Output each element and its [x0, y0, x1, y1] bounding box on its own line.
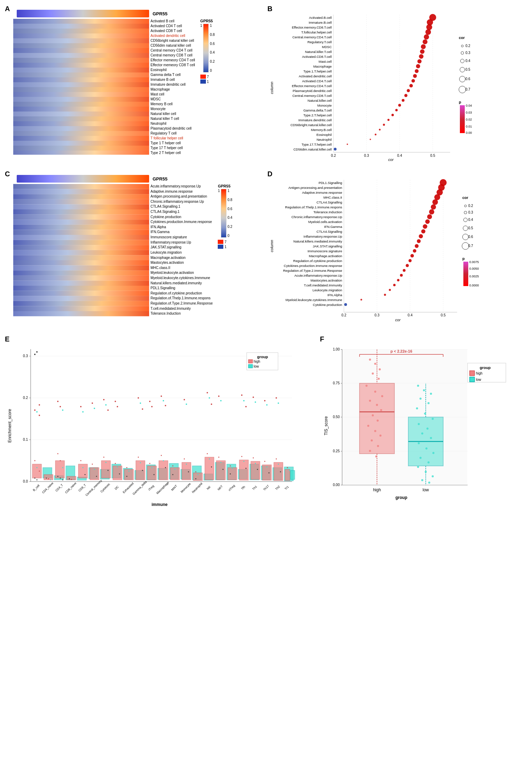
heatmap-a-row-label-5: CD56dim natural killer cell	[151, 43, 195, 48]
heatmap-a-row-label-6: Central memory CD4 T cell	[151, 48, 195, 53]
svg-rect-12	[13, 77, 149, 82]
svg-rect-368	[216, 461, 225, 480]
svg-text:0.4: 0.4	[465, 59, 470, 63]
svg-rect-415	[285, 469, 290, 481]
svg-point-412	[278, 464, 279, 465]
heatmap-c-svg	[13, 184, 149, 316]
svg-point-259	[57, 401, 59, 402]
svg-point-357	[195, 478, 196, 479]
svg-rect-407	[274, 462, 283, 481]
svg-point-52	[421, 44, 426, 49]
svg-text:Central.memory.CD4.T.cell: Central.memory.CD4.T.cell	[292, 35, 332, 39]
svg-point-319	[140, 462, 141, 463]
svg-text:Activated.CD4.T.cell: Activated.CD4.T.cell	[302, 79, 331, 83]
heatmap-c-row-19: Natural.killers.mediated.immunity	[151, 281, 213, 286]
svg-text:Inflammatory.response.Up: Inflammatory.response.Up	[303, 235, 342, 238]
svg-text:NK: NK	[206, 485, 211, 491]
svg-text:Tr1: Tr1	[284, 485, 290, 491]
svg-text:cor: cor	[395, 318, 401, 322]
svg-point-454	[365, 385, 368, 387]
svg-point-350	[186, 464, 187, 465]
svg-text:0.5: 0.5	[441, 313, 446, 317]
panel-f-label: F	[320, 335, 324, 343]
svg-point-327	[152, 467, 153, 468]
svg-point-286	[92, 464, 93, 465]
svg-rect-126	[13, 240, 149, 245]
svg-rect-124	[13, 230, 149, 235]
svg-text:0.5: 0.5	[430, 154, 435, 157]
panel-e: E Enrichment_score 0.0 0.1 0.2	[3, 334, 318, 521]
svg-point-255	[50, 479, 51, 481]
svg-point-462	[367, 425, 369, 427]
heatmap-a-row-label-27: Type 2 T helper cell	[151, 151, 195, 155]
svg-text:T.follicular.helper.cell: T.follicular.helper.cell	[301, 30, 331, 34]
svg-point-239	[34, 354, 36, 355]
svg-point-479	[424, 413, 426, 415]
heatmap-c-row-17: Myeloid.leukocyte.activation	[151, 270, 213, 276]
svg-text:Tolerance.Induction: Tolerance.Induction	[313, 210, 342, 214]
svg-point-309	[126, 467, 128, 468]
svg-point-481	[418, 423, 420, 425]
svg-point-333	[163, 400, 164, 401]
panel-a: A GPR55	[3, 3, 266, 165]
dotplot-b-svg: column 0.2 0.3 0.4 0.5 cor	[269, 11, 513, 161]
svg-text:PDL1.Signalling: PDL1.Signalling	[318, 181, 342, 185]
svg-point-326	[149, 463, 151, 464]
svg-text:Regulatory.T.cell: Regulatory.T.cell	[307, 40, 332, 44]
svg-text:Plasmacytoid.dendritic.cell: Plasmacytoid.dendritic.cell	[293, 89, 332, 93]
svg-text:Effector.memory.CD8.T.cell: Effector.memory.CD8.T.cell	[292, 25, 331, 29]
panel-a-gene-label: GPR55	[153, 11, 168, 16]
svg-point-84	[383, 124, 385, 126]
svg-text:low: low	[254, 364, 259, 368]
svg-rect-218	[463, 262, 468, 286]
heatmap-a-row-label-12: Immature B cell	[151, 77, 195, 82]
svg-rect-8	[13, 58, 149, 63]
svg-point-284	[92, 402, 93, 404]
heatmap-a-row-label-4: CD56bright natural killer cell	[151, 38, 195, 43]
svg-rect-313	[136, 461, 145, 480]
svg-text:TIS_score: TIS_score	[324, 416, 329, 435]
svg-text:Gamma_delta: Gamma_delta	[132, 480, 147, 495]
svg-text:Central.memory.CD8.T.cell: Central.memory.CD8.T.cell	[292, 94, 332, 98]
svg-text:0.3: 0.3	[465, 51, 470, 55]
svg-rect-118	[13, 199, 149, 205]
svg-point-279	[83, 467, 84, 468]
svg-point-450	[374, 363, 376, 365]
svg-text:cor: cor	[388, 157, 394, 161]
svg-rect-127	[13, 245, 149, 250]
svg-point-58	[417, 59, 422, 63]
svg-point-271	[69, 478, 70, 479]
svg-text:Th2: Th2	[275, 485, 281, 491]
svg-point-404	[267, 467, 268, 468]
svg-point-72	[404, 94, 407, 97]
svg-point-278	[80, 460, 82, 461]
svg-rect-424	[248, 364, 253, 368]
svg-point-393	[253, 397, 254, 398]
svg-point-491	[425, 471, 427, 473]
svg-point-318	[138, 457, 139, 458]
svg-point-316	[140, 402, 141, 404]
svg-point-337	[165, 467, 166, 468]
svg-point-302	[117, 406, 118, 407]
svg-point-76	[398, 104, 401, 107]
svg-point-386	[245, 406, 247, 407]
panel-c-gene-label: GPR55	[153, 176, 168, 182]
svg-point-181	[413, 249, 416, 253]
svg-point-189	[403, 269, 406, 272]
svg-rect-27	[13, 151, 149, 155]
heatmap-c-legend: GPR55 1 10.80.60.40.20 7	[218, 184, 232, 316]
svg-text:high: high	[476, 371, 483, 375]
heatmap-a-row-label-24: T follicular helper cell	[151, 136, 195, 141]
svg-text:column: column	[270, 240, 274, 252]
svg-text:DC: DC	[114, 485, 119, 491]
svg-text:0.0075: 0.0075	[469, 260, 479, 264]
heatmap-a-row-labels: Activated B cell Activated CD4 T cell Ac…	[151, 19, 195, 155]
svg-text:Natural.killer.T.cell: Natural.killer.T.cell	[305, 50, 332, 54]
svg-text:Type.2.T.helper.cell: Type.2.T.helper.cell	[303, 113, 331, 117]
svg-text:column: column	[270, 82, 274, 94]
svg-point-296	[106, 462, 107, 463]
heatmap-c-row-25: Tolerance.Induction	[151, 311, 213, 316]
svg-rect-237	[32, 464, 41, 478]
panel-f: F TIS_score 0.00 0.25 0.50	[318, 334, 529, 521]
heatmap-a-row-label-26: Type 17 T helper cell	[151, 146, 195, 151]
